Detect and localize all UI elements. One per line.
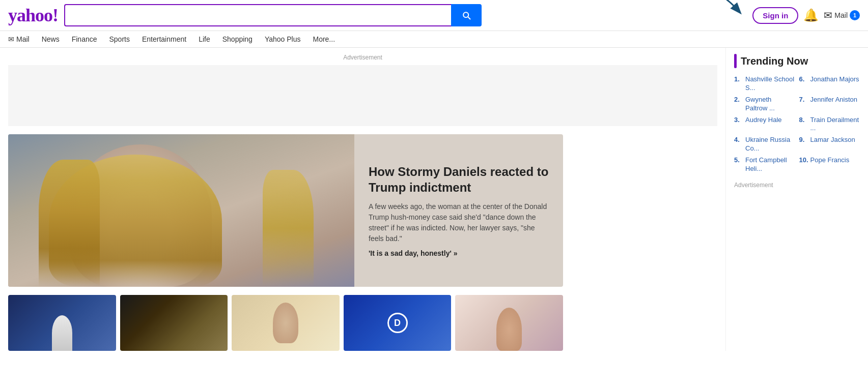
- trending-num-7: 7.: [799, 96, 808, 103]
- nav-shopping[interactable]: Shopping: [222, 35, 253, 43]
- mail-count-badge: 1: [850, 10, 860, 20]
- ad-placeholder: [8, 65, 717, 126]
- nav-mail-label: Mail: [16, 35, 30, 43]
- sidebar-ad-label: Advertisement: [734, 182, 860, 189]
- trending-item-6[interactable]: 6. Jonathan Majors: [799, 75, 860, 93]
- trending-item-2[interactable]: 2. Gwyneth Paltrow ...: [734, 96, 795, 113]
- thumb-4[interactable]: D: [344, 295, 452, 351]
- trending-text-7: Jennifer Aniston: [810, 96, 858, 104]
- trending-text-8: Train Derailment ...: [810, 116, 860, 133]
- ad-label: Advertisement: [8, 48, 717, 65]
- trending-num-9: 9.: [799, 136, 808, 143]
- trending-header: Trending Now: [734, 54, 860, 68]
- hero-headline: How Stormy Daniels reacted to Trump indi…: [369, 164, 549, 195]
- trending-text-2: Gwyneth Paltrow ...: [745, 96, 795, 113]
- trending-text-4: Ukraine Russia Co...: [745, 136, 795, 153]
- notification-bell-icon[interactable]: 🔔: [803, 8, 819, 22]
- hero-summary: A few weeks ago, the woman at the center…: [369, 201, 549, 244]
- nav-news[interactable]: News: [42, 35, 60, 43]
- nav-mail-icon: ✉: [8, 35, 14, 43]
- trending-num-1: 1.: [734, 75, 743, 83]
- trending-num-5: 5.: [734, 156, 743, 164]
- trending-item-1[interactable]: 1. Nashville School S...: [734, 75, 795, 93]
- search-icon: [461, 10, 471, 20]
- mail-envelope-icon: ✉: [824, 9, 832, 21]
- arrow-annotation: [707, 0, 758, 20]
- sidebar: Trending Now 1. Nashville School S... 6.…: [725, 48, 868, 351]
- sign-in-wrapper: Sign in: [752, 7, 798, 24]
- trending-text-1: Nashville School S...: [745, 75, 795, 93]
- trending-item-7[interactable]: 7. Jennifer Aniston: [799, 96, 860, 113]
- nav-mail[interactable]: ✉ Mail: [8, 35, 30, 43]
- search-bar: [64, 4, 482, 26]
- header: yahoo! Sign in 🔔 ✉ Mail: [0, 0, 868, 31]
- hero-article[interactable]: How Stormy Daniels reacted to Trump indi…: [8, 134, 563, 287]
- nav-life[interactable]: Life: [199, 35, 210, 43]
- trending-title: Trending Now: [741, 55, 808, 67]
- trending-text-6: Jonathan Majors: [810, 75, 859, 84]
- nav-finance[interactable]: Finance: [72, 35, 97, 43]
- trending-item-3[interactable]: 3. Audrey Hale: [734, 116, 795, 133]
- trending-item-10[interactable]: 10. Pope Francis: [799, 156, 860, 173]
- header-right: Sign in 🔔 ✉ Mail 1: [752, 7, 860, 24]
- trending-text-9: Lamar Jackson: [810, 136, 855, 144]
- yahoo-logo[interactable]: yahoo!: [8, 5, 58, 26]
- trending-num-10: 10.: [799, 156, 808, 164]
- thumb-3[interactable]: [232, 295, 340, 351]
- hero-text: How Stormy Daniels reacted to Trump indi…: [354, 134, 563, 287]
- trending-item-8[interactable]: 8. Train Derailment ...: [799, 116, 860, 133]
- trending-num-6: 6.: [799, 75, 808, 83]
- trending-num-3: 3.: [734, 116, 743, 124]
- trending-num-8: 8.: [799, 116, 808, 124]
- nav-sports[interactable]: Sports: [109, 35, 130, 43]
- trending-bar-icon: [734, 54, 737, 68]
- trending-text-3: Audrey Hale: [745, 116, 782, 125]
- navigation: ✉ Mail News Finance Sports Entertainment…: [0, 31, 868, 48]
- nav-yahoo-plus[interactable]: Yahoo Plus: [265, 35, 301, 43]
- content-area: Advertisement How Stormy Daniels reacted…: [0, 48, 725, 351]
- thumb-1[interactable]: [8, 295, 116, 351]
- thumb-5[interactable]: [455, 295, 563, 351]
- nav-more[interactable]: More...: [313, 35, 335, 43]
- search-button[interactable]: [451, 4, 482, 26]
- mail-nav-item[interactable]: ✉ Mail 1: [824, 9, 860, 21]
- trending-grid: 1. Nashville School S... 6. Jonathan Maj…: [734, 75, 860, 173]
- main-content: Advertisement How Stormy Daniels reacted…: [0, 48, 868, 351]
- trending-text-5: Fort Campbell Heli...: [745, 156, 795, 173]
- mail-label: Mail: [834, 11, 848, 19]
- trending-text-10: Pope Francis: [810, 156, 850, 165]
- hero-link[interactable]: 'It is a sad day, honestly' »: [369, 249, 549, 257]
- thumb-2[interactable]: [120, 295, 228, 351]
- sign-in-button[interactable]: Sign in: [752, 7, 798, 24]
- nav-entertainment[interactable]: Entertainment: [142, 35, 186, 43]
- thumbnail-row: D: [8, 295, 563, 351]
- trending-num-4: 4.: [734, 136, 743, 143]
- search-input[interactable]: [64, 4, 451, 26]
- trending-item-4[interactable]: 4. Ukraine Russia Co...: [734, 136, 795, 153]
- trending-num-2: 2.: [734, 96, 743, 103]
- trending-item-5[interactable]: 5. Fort Campbell Heli...: [734, 156, 795, 173]
- trending-item-9[interactable]: 9. Lamar Jackson: [799, 136, 860, 153]
- hero-image: [8, 134, 354, 287]
